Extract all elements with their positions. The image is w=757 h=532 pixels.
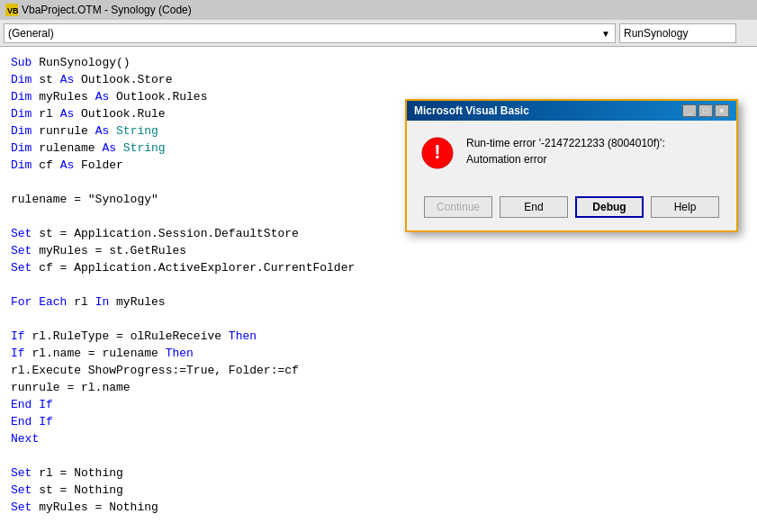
debug-button[interactable]: Debug (575, 196, 644, 218)
code-line: Set st = Nothing (11, 482, 746, 499)
dialog-error-row: ! Run-time error '-2147221233 (8004010f)… (421, 137, 722, 169)
title-text: VbaProject.OTM - Synology (Code) (22, 4, 192, 16)
help-button[interactable]: Help (651, 196, 719, 218)
end-button[interactable]: End (500, 196, 568, 218)
code-line: End If (11, 396, 746, 413)
dialog-close-button[interactable]: × (715, 104, 729, 117)
code-line: If rl.name = rulename Then (11, 345, 746, 362)
dialog-maximize-button[interactable]: □ (698, 104, 713, 117)
code-line: runrule = rl.name (11, 379, 746, 396)
proc-label: RunSynology (619, 23, 736, 43)
code-line: If rl.RuleType = olRuleReceive Then (11, 328, 746, 345)
code-line: Set myRules = Nothing (11, 499, 746, 516)
code-line (11, 447, 746, 464)
dialog-title-buttons: _ □ × (682, 104, 729, 117)
vba-icon: VB (5, 4, 18, 16)
error-stop-icon: ! (421, 137, 454, 169)
toolbar: (General) ▼ RunSynology (0, 20, 757, 47)
dialog-error-line1: Run-time error '-2147221233 (8004010f)': (466, 137, 665, 149)
code-line (11, 311, 746, 328)
code-line (11, 516, 746, 532)
code-line: For Each rl In myRules (11, 293, 746, 311)
dialog-title: Microsoft Visual Basic (414, 104, 529, 117)
continue-button[interactable]: Continue (424, 196, 492, 218)
code-line: Set myRules = st.GetRules (11, 242, 746, 259)
title-bar: VB VbaProject.OTM - Synology (Code) (0, 0, 757, 20)
general-dropdown-wrapper: (General) ▼ (0, 23, 616, 43)
code-line (11, 276, 746, 293)
dialog-body: ! Run-time error '-2147221233 (8004010f)… (407, 121, 736, 189)
code-line: Sub RunSynology() (11, 54, 746, 71)
code-line: Dim st As Outlook.Store (11, 71, 746, 88)
svg-text:!: ! (434, 140, 440, 163)
svg-text:VB: VB (7, 6, 18, 15)
code-line: Set rl = Nothing (11, 464, 746, 482)
code-line: Set cf = Application.ActiveExplorer.Curr… (11, 259, 746, 276)
vba-error-dialog: Microsoft Visual Basic _ □ × ! Run-time … (405, 99, 738, 232)
code-line: rl.Execute ShowProgress:=True, Folder:=c… (11, 362, 746, 379)
general-dropdown[interactable]: (General) (4, 23, 616, 43)
code-line: Next (11, 430, 746, 447)
dialog-error-line2: Automation error (466, 153, 665, 166)
dialog-buttons: Continue End Debug Help (407, 189, 736, 230)
dialog-title-bar: Microsoft Visual Basic _ □ × (407, 101, 736, 121)
code-line: End If (11, 413, 746, 430)
dialog-error-content: Run-time error '-2147221233 (8004010f)':… (466, 137, 665, 169)
dialog-minimize-button[interactable]: _ (682, 104, 697, 117)
